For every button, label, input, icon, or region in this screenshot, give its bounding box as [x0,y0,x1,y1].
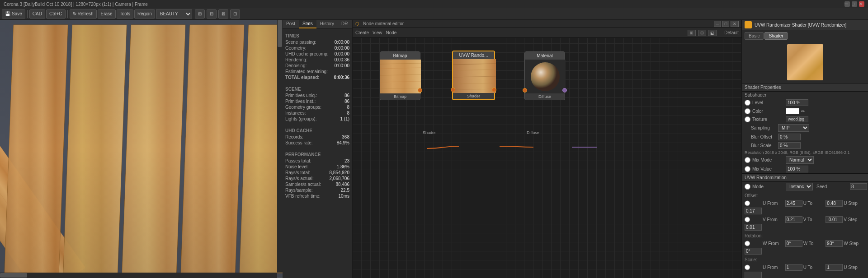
tab-shader[interactable]: Shader [764,32,787,40]
icon-btn-1[interactable]: ⊞ [195,9,205,19]
title-bar-controls: ─ □ ✕ [844,1,864,7]
node-canvas[interactable]: Bitmap [353,38,741,278]
toolbar-separator-2 [67,10,68,18]
node-material[interactable]: Material [524,51,565,100]
ne-create-menu[interactable]: Create [355,30,369,35]
tab-post[interactable]: Post [283,20,299,28]
mix-mode-dropdown[interactable]: Normal Multiply Add [786,156,814,164]
tab-dr[interactable]: DR [338,20,351,28]
node-editor-maximize[interactable]: □ [722,21,729,27]
icon-btn-2[interactable]: ⊟ [207,9,217,19]
material-input-port[interactable] [523,88,527,93]
stats-row: UHD cache precomp: 0:00:00 [285,51,349,57]
node-bitmap[interactable]: Bitmap [380,51,420,100]
region-button[interactable]: Region [134,9,155,19]
rotation-header: Rotation: [742,232,868,239]
v-from-radio[interactable] [745,217,750,222]
scroll-thumb-v[interactable] [278,20,282,47]
stats-row: Noise level: 1.86% [285,164,349,170]
seed-input[interactable] [850,183,867,190]
v-from-input[interactable] [785,216,802,223]
node-editor-icon: ⬡ [355,21,359,26]
v-step-input[interactable] [745,224,762,231]
mix-value-input[interactable] [786,166,808,172]
blur-scale-input[interactable] [778,142,801,149]
title-bar-text: Corona 3 [DailyBuild Oct 10 2018] | 1280… [4,2,844,7]
mode-dropdown[interactable]: Instance Object [786,183,813,190]
viewport-icons: ⊞ ⊟ ⊠ ⊡ [195,9,240,19]
material-output-port[interactable] [562,88,567,93]
shader-label: Shader [423,130,436,135]
level-radio[interactable] [745,100,750,106]
uvw-output-port[interactable] [492,88,496,92]
texture-row: Texture wood.jpg [742,115,868,123]
save-button[interactable]: 💾 Save [2,9,25,19]
ne-icons: ⊞ ⊟ ⬕ [687,30,717,36]
mode-radio[interactable] [745,184,750,190]
ne-icon-btn-1[interactable]: ⊞ [688,30,696,36]
ne-view-menu[interactable]: View [373,30,382,35]
pencil-icon[interactable]: ✏ [801,109,805,114]
ne-icon-btn-3[interactable]: ⬕ [708,30,717,36]
color-radio[interactable] [745,108,750,114]
wood-scene-svg [0,20,283,278]
tab-history[interactable]: History [316,20,338,28]
node-editor-minimize[interactable]: ─ [714,21,721,27]
w-from-radio[interactable] [745,241,750,246]
su-from-input[interactable] [785,264,802,271]
w-to-input[interactable] [826,240,843,247]
erase-button[interactable]: Erase [98,9,116,19]
viewport[interactable] [0,20,283,278]
mix-value-radio[interactable] [745,166,750,172]
ne-node-menu[interactable]: Node [386,30,397,35]
viewport-scrollbar-v[interactable] [277,20,283,273]
u-from-input[interactable] [785,200,802,207]
u-from-radio[interactable] [745,200,750,206]
diffuse-label: Diffuse [527,130,539,135]
viewport-scrollbar-h[interactable] [0,273,277,278]
uvw-input-port[interactable] [451,88,455,92]
ne-icon-btn-2[interactable]: ⊟ [698,30,706,36]
tools-button[interactable]: Tools [117,9,133,19]
scroll-thumb-h[interactable] [0,273,27,278]
su-step-input[interactable] [745,272,762,278]
stats-row: Lights (groups): 1 (1) [285,116,349,122]
node-editor-close[interactable]: ✕ [731,21,739,27]
minimize-btn[interactable]: ─ [844,1,850,7]
stats-row: Primitives uniq.: 86 [285,93,349,98]
level-input[interactable] [786,99,808,106]
su-from-radio[interactable] [745,264,750,270]
shader-props-header: Shader Properties [742,83,868,92]
stats-row: Scene passing: 0:00:00 [285,39,349,45]
bitmap-output-port[interactable] [418,88,422,93]
close-btn[interactable]: ✕ [859,1,864,7]
refresh-button[interactable]: ↻ Refresh [70,9,97,19]
sampling-dropdown[interactable]: MIP None Summed [778,124,809,132]
texture-radio[interactable] [745,116,750,122]
v-to-input[interactable] [826,216,843,223]
beauty-dropdown[interactable]: BEAUTY [156,9,192,19]
icon-btn-3[interactable]: ⊠ [218,9,228,19]
w-step-input[interactable] [745,248,762,255]
uhd-title: UHD CACHE [285,128,349,133]
mix-mode-radio[interactable] [745,157,750,163]
maximize-btn[interactable]: □ [852,1,857,7]
props-title: UVW Randomizer Shader [UVW Randomizer] [755,23,846,28]
cad-button[interactable]: CAD [29,9,45,19]
u-to-input[interactable] [826,200,843,207]
main-content: Post Stats History DR LightMix TIMES Sce… [0,20,868,278]
ctrl-c-button[interactable]: Ctrl+C [46,9,66,19]
node-uvw-randomizer[interactable]: UVW Rando... [452,51,495,100]
icon-btn-4[interactable]: ⊡ [230,9,240,19]
node-uvw-footer: Shader [453,93,494,99]
su-to-input[interactable] [826,264,843,271]
node-material-preview [525,60,566,93]
color-swatch[interactable] [786,108,799,114]
blur-offset-input[interactable] [778,134,801,140]
tab-stats[interactable]: Stats [299,20,316,28]
offset-header: Offset: [742,192,868,199]
node-editor-title: Node material editor [363,21,404,26]
w-from-input[interactable] [785,240,802,247]
tab-basic[interactable]: Basic [745,32,764,40]
u-step-input[interactable] [745,208,762,214]
